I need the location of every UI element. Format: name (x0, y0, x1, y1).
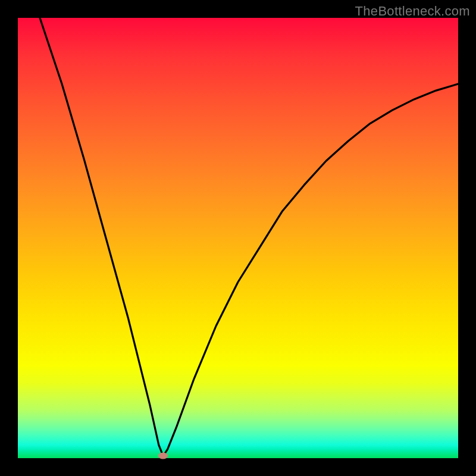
minimum-marker (158, 453, 168, 459)
bottleneck-curve (18, 18, 458, 458)
watermark-text: TheBottleneck.com (355, 4, 470, 19)
chart-plot-area (18, 18, 458, 458)
